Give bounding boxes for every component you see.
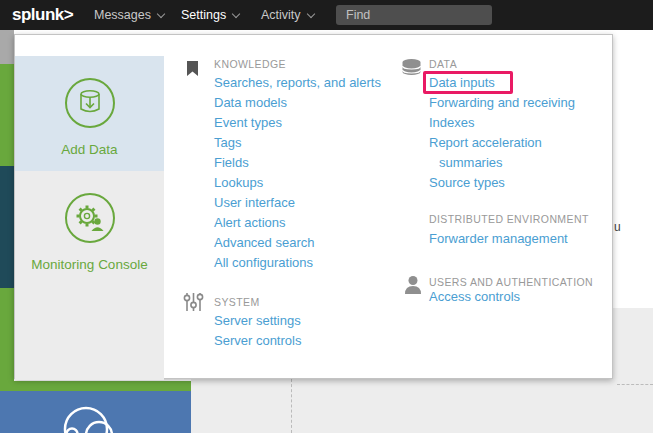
menu-link-indexes[interactable]: Indexes bbox=[429, 113, 604, 133]
menu-link-forwarder-management[interactable]: Forwarder management bbox=[429, 229, 604, 249]
splunk-top-bar: splunk> Messages Settings Activity bbox=[0, 0, 653, 30]
monitoring-console-tile[interactable]: Monitoring Console bbox=[15, 171, 164, 380]
menu-link-all-configurations[interactable]: All configurations bbox=[214, 253, 404, 273]
menu-link-fields[interactable]: Fields bbox=[214, 153, 404, 173]
nav-messages[interactable]: Messages bbox=[94, 0, 164, 30]
bookmark-icon bbox=[187, 61, 198, 76]
menu-link-alert-actions[interactable]: Alert actions bbox=[214, 213, 404, 233]
database-icon bbox=[401, 58, 422, 76]
menu-link-server-controls[interactable]: Server controls bbox=[214, 331, 404, 351]
add-data-label: Add Data bbox=[61, 142, 117, 157]
knowledge-links: Searches, reports, and alerts Data model… bbox=[214, 73, 404, 273]
dashed-divider bbox=[617, 384, 653, 385]
distributed-links: Forwarder management bbox=[429, 229, 604, 249]
find-search-input[interactable] bbox=[336, 5, 492, 25]
menu-link-forwarding-and-receiving[interactable]: Forwarding and receiving bbox=[429, 93, 604, 113]
nav-activity-label: Activity bbox=[261, 8, 301, 22]
background-tile-edge-green bbox=[0, 381, 191, 391]
menu-link-advanced-search[interactable]: Advanced search bbox=[214, 233, 404, 253]
user-icon bbox=[404, 275, 422, 295]
add-data-tile[interactable]: Add Data bbox=[15, 56, 164, 171]
menu-link-lookups[interactable]: Lookups bbox=[214, 173, 404, 193]
section-title-knowledge: KNOWLEDGE bbox=[214, 54, 286, 74]
sliders-icon bbox=[183, 292, 204, 312]
nav-settings[interactable]: Settings bbox=[181, 0, 239, 30]
background-tile-icon bbox=[0, 391, 191, 433]
menu-link-report-acceleration-summaries[interactable]: Report acceleration summaries bbox=[429, 133, 571, 173]
splunk-logo: splunk> bbox=[12, 0, 73, 30]
chevron-down-icon bbox=[306, 10, 314, 18]
section-title-distributed-environment: DISTRIBUTED ENVIRONMENT bbox=[429, 209, 589, 229]
menu-link-access-controls[interactable]: Access controls bbox=[429, 287, 604, 307]
obscured-text-fragment: u bbox=[614, 220, 621, 234]
system-links: Server settings Server controls bbox=[214, 311, 404, 351]
background-tile-edge-teal bbox=[0, 166, 14, 288]
menu-link-source-types[interactable]: Source types bbox=[429, 173, 604, 193]
menu-link-user-interface[interactable]: User interface bbox=[214, 193, 404, 213]
monitoring-console-label: Monitoring Console bbox=[31, 257, 147, 272]
background-tile-blue bbox=[0, 391, 191, 433]
menu-link-searches-reports-and-alerts[interactable]: Searches, reports, and alerts bbox=[214, 73, 404, 93]
menu-link-event-types[interactable]: Event types bbox=[214, 113, 404, 133]
background-panel-gray bbox=[191, 379, 613, 433]
menu-link-tags[interactable]: Tags bbox=[214, 133, 404, 153]
nav-settings-label: Settings bbox=[181, 8, 226, 22]
nav-messages-label: Messages bbox=[94, 8, 151, 22]
background-tile-edge-green bbox=[0, 288, 14, 381]
background-tile-edge-green bbox=[0, 64, 14, 166]
settings-dropdown-menu: Add Data Monitoring bbox=[14, 34, 613, 379]
menu-link-data-models[interactable]: Data models bbox=[214, 93, 404, 113]
background-panel-gray bbox=[613, 308, 653, 433]
data-links: Data inputs Forwarding and receiving Ind… bbox=[429, 73, 604, 193]
section-title-data: DATA bbox=[429, 54, 457, 74]
monitoring-console-icon bbox=[64, 192, 116, 244]
users-links: Access controls bbox=[429, 287, 604, 307]
section-title-system: SYSTEM bbox=[214, 292, 260, 312]
nav-activity[interactable]: Activity bbox=[261, 0, 314, 30]
chevron-down-icon bbox=[232, 10, 240, 18]
chevron-down-icon bbox=[157, 10, 165, 18]
menu-link-data-inputs[interactable]: Data inputs bbox=[429, 73, 604, 93]
add-data-icon bbox=[64, 77, 116, 129]
background-edge-gray bbox=[0, 30, 14, 64]
menu-link-server-settings[interactable]: Server settings bbox=[214, 311, 404, 331]
dashed-divider bbox=[291, 379, 292, 433]
